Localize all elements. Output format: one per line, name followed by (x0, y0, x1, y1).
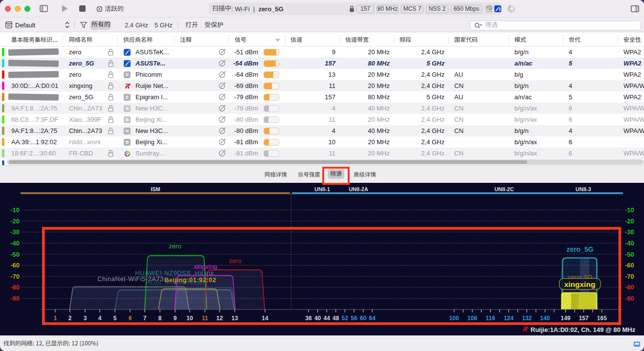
svg-text:zero_5G: zero_5G (566, 245, 593, 253)
svg-text:-80: -80 (625, 284, 634, 291)
svg-text:B: B (126, 140, 129, 145)
svg-text:1: 1 (54, 315, 57, 322)
svg-text:132: 132 (522, 315, 532, 322)
svg-text:N: N (126, 129, 129, 133)
svg-text:-10: -10 (625, 206, 634, 214)
svg-text:-30: -30 (625, 228, 634, 236)
svg-text:-70: -70 (10, 273, 20, 280)
svg-text:-40: -40 (625, 240, 634, 247)
svg-text:48: 48 (333, 315, 339, 322)
svg-text:zero: zero (229, 257, 241, 264)
svg-text:-10: -10 (10, 206, 20, 214)
svg-text:-60: -60 (625, 262, 634, 269)
svg-text:2: 2 (68, 315, 72, 322)
svg-text:12: 12 (216, 315, 223, 322)
svg-text:ISM: ISM (151, 186, 160, 192)
svg-text:165: 165 (597, 315, 607, 322)
svg-text:UNII-1: UNII-1 (314, 186, 330, 192)
svg-text:-50: -50 (625, 251, 634, 258)
svg-text:7: 7 (143, 315, 147, 322)
svg-text:-80: -80 (10, 284, 20, 291)
svg-text:N: N (126, 106, 129, 111)
svg-text:10: 10 (186, 315, 193, 322)
svg-text:-40: -40 (10, 240, 20, 247)
svg-text:5: 5 (113, 315, 117, 322)
svg-text:108: 108 (467, 315, 477, 322)
svg-text:UNII-2C: UNII-2C (494, 186, 514, 192)
svg-text:124: 124 (504, 315, 513, 322)
svg-text:157: 157 (579, 315, 589, 322)
svg-text:100: 100 (449, 315, 459, 322)
svg-text:-90: -90 (10, 295, 20, 302)
svg-text:14: 14 (262, 315, 268, 322)
svg-text:11: 11 (202, 315, 208, 322)
svg-text:-90: -90 (625, 295, 634, 302)
svg-text:116: 116 (486, 315, 495, 322)
svg-text:40: 40 (314, 315, 321, 322)
svg-text:3: 3 (84, 315, 87, 322)
svg-text:56: 56 (351, 315, 357, 322)
svg-text:8: 8 (158, 315, 162, 322)
svg-text:52: 52 (342, 315, 349, 322)
svg-text:UNII-3: UNII-3 (576, 186, 591, 192)
svg-text:44: 44 (324, 315, 331, 322)
svg-text:4: 4 (98, 315, 102, 322)
svg-text:140: 140 (540, 315, 550, 322)
svg-text:zero: zero (169, 242, 181, 250)
svg-text:13: 13 (231, 315, 238, 322)
svg-text:-20: -20 (10, 218, 20, 225)
svg-text:-60: -60 (10, 262, 20, 269)
svg-text:P: P (126, 72, 129, 77)
svg-text:-20: -20 (625, 218, 634, 225)
svg-text:6: 6 (129, 315, 132, 322)
svg-text:B: B (126, 117, 129, 122)
svg-text:-50: -50 (10, 251, 20, 258)
svg-text:9: 9 (174, 315, 177, 322)
svg-text:60: 60 (360, 315, 367, 322)
svg-text:Beijing:01:92:02: Beijing:01:92:02 (164, 276, 216, 284)
svg-text:149: 149 (560, 315, 570, 322)
svg-text:-30: -30 (10, 228, 20, 236)
svg-text:xingxing: xingxing (564, 280, 596, 288)
svg-text:-70: -70 (625, 273, 634, 280)
svg-text:5: 5 (489, 5, 491, 10)
svg-text:36: 36 (305, 315, 312, 322)
svg-text:Ruijie:1A:D0:02, Ch. 149 @ 80: Ruijie:1A:D0:02, Ch. 149 @ 80 MHz (531, 326, 636, 333)
svg-text:UNII-2A: UNII-2A (349, 186, 368, 192)
svg-text:E: E (126, 95, 129, 100)
svg-text:64: 64 (369, 315, 376, 322)
